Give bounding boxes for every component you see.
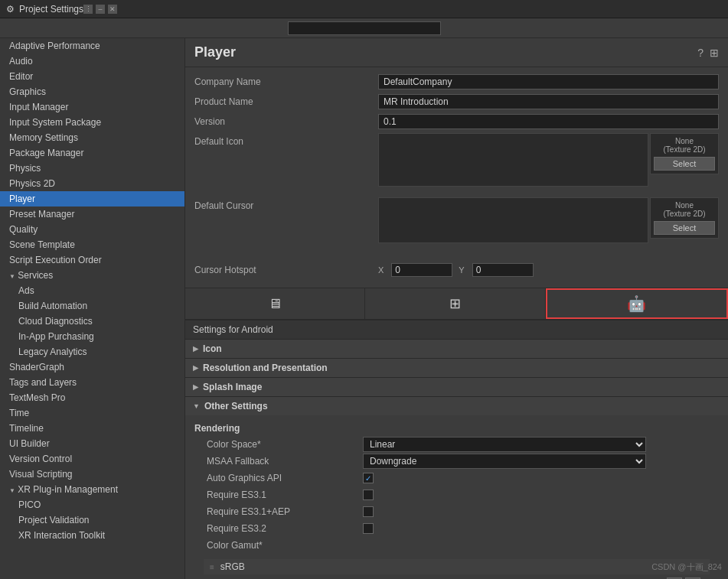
tab-android[interactable]: 🤖 — [546, 288, 728, 319]
version-row: Version — [194, 113, 719, 130]
sidebar-item-tags-and-layers[interactable]: Tags and Layers — [0, 375, 184, 390]
icon-none-texture: None(Texture 2D) — [663, 137, 705, 154]
menu-btn[interactable]: ⋮ — [83, 5, 93, 14]
cursor-side-panel: None(Texture 2D) Select — [650, 197, 719, 239]
minimize-btn[interactable]: – — [96, 5, 105, 14]
help-icon[interactable]: ? — [697, 47, 704, 59]
sidebar-item-cloud-diagnostics[interactable]: Cloud Diagnostics — [0, 314, 184, 329]
color-gamut-label-row: Color Gamut* — [194, 538, 719, 553]
form-area: Company Name Product Name Version Defaul… — [185, 67, 728, 288]
tab-pc[interactable]: 🖥 — [185, 288, 365, 319]
auto-graphics-label: Auto Graphics API — [194, 473, 363, 483]
product-name-label: Product Name — [194, 96, 378, 107]
splash-collapse-header[interactable]: ▶ Splash Image — [185, 378, 728, 396]
sidebar-item-quality[interactable]: Quality — [0, 222, 184, 237]
icon-collapse-header[interactable]: ▶ Icon — [185, 340, 728, 358]
window-controls[interactable]: ⋮ – ✕ — [83, 5, 117, 14]
company-name-input[interactable] — [378, 74, 719, 89]
require-es31aep-label: Require ES3.1+AEP — [194, 506, 363, 517]
close-btn[interactable]: ✕ — [108, 5, 117, 14]
sidebar-item-input-manager[interactable]: Input Manager — [0, 99, 184, 115]
require-es32-row: Require ES3.2 — [194, 521, 719, 536]
sidebar-item-shader-graph[interactable]: ShaderGraph — [0, 359, 184, 375]
splash-collapse-arrow: ▶ — [193, 383, 198, 391]
require-es32-value — [363, 523, 719, 534]
product-name-input[interactable] — [378, 94, 719, 109]
cursor-select-button[interactable]: Select — [654, 221, 715, 235]
icon-section-label: Icon — [203, 343, 222, 354]
color-space-label: Color Space* — [194, 439, 363, 450]
sidebar-item-xr-interaction-toolkit[interactable]: XR Interaction Toolkit — [0, 528, 184, 543]
version-label: Version — [194, 116, 378, 127]
hotspot-y-input[interactable] — [472, 263, 534, 277]
version-input[interactable] — [378, 114, 719, 129]
sidebar-item-textmesh-pro[interactable]: TextMesh Pro — [0, 390, 184, 405]
resolution-collapse-header[interactable]: ▶ Resolution and Presentation — [185, 359, 728, 377]
sidebar-item-version-control[interactable]: Version Control — [0, 451, 184, 467]
sidebar-item-memory-settings[interactable]: Memory Settings — [0, 130, 184, 145]
sidebar-item-build-automation[interactable]: Build Automation — [0, 298, 184, 314]
sidebar-item-scene-template[interactable]: Scene Template — [0, 237, 184, 252]
gamut-controls: + − — [204, 576, 710, 579]
x-label: X — [378, 265, 384, 275]
require-es31-checkbox[interactable] — [363, 490, 374, 500]
sidebar-item-xr-plug-in-management[interactable]: ▼ XR Plug-in Management — [0, 482, 184, 497]
sidebar-item-player[interactable]: Player — [0, 191, 184, 207]
require-es32-label: Require ES3.2 — [194, 523, 363, 534]
sidebar-item-in-app-purchasing[interactable]: In-App Purchasing — [0, 329, 184, 344]
auto-graphics-checkbox[interactable] — [363, 473, 374, 483]
cursor-hotspot-xy: X Y — [378, 263, 534, 277]
sidebar-item-services[interactable]: ▼ Services — [0, 268, 184, 283]
cursor-hotspot-row: Cursor Hotspot X Y — [194, 262, 719, 278]
require-es31aep-row: Require ES3.1+AEP — [194, 504, 719, 519]
msaa-label: MSAA Fallback — [194, 456, 363, 467]
sidebar-item-timeline[interactable]: Timeline — [0, 421, 184, 436]
icon-side-panel: None(Texture 2D) Select — [650, 133, 719, 174]
auto-graphics-value — [363, 473, 719, 483]
layout-icon[interactable]: ⊞ — [710, 47, 719, 59]
watermark: CSDN @十画_824 — [651, 561, 722, 573]
cursor-none-texture: None(Texture 2D) — [663, 201, 705, 218]
icon-collapse-arrow: ▶ — [193, 345, 198, 353]
sidebar-item-editor[interactable]: Editor — [0, 69, 184, 84]
settings-for-android-header: Settings for Android — [185, 320, 728, 340]
sidebar-item-pico[interactable]: PICO — [0, 497, 184, 512]
sidebar-item-ads[interactable]: Ads — [0, 283, 184, 298]
other-settings-label: Other Settings — [204, 401, 268, 411]
sidebar-item-time[interactable]: Time — [0, 405, 184, 421]
company-name-row: Company Name — [194, 73, 719, 90]
sidebar-item-script-execution-order[interactable]: Script Execution Order — [0, 252, 184, 268]
sidebar-item-visual-scripting[interactable]: Visual Scripting — [0, 467, 184, 482]
msaa-dropdown[interactable]: Downgrade None — [363, 454, 646, 469]
gamut-handle: ≡ — [210, 563, 214, 571]
color-space-dropdown[interactable]: Linear Gamma — [363, 437, 646, 452]
require-es31-row: Require ES3.1 — [194, 487, 719, 503]
require-es32-checkbox[interactable] — [363, 523, 374, 534]
sidebar-item-project-validation[interactable]: Project Validation — [0, 512, 184, 528]
sidebar-item-adaptive-performance[interactable]: Adaptive Performance — [0, 38, 184, 54]
search-input[interactable] — [288, 21, 441, 35]
other-settings-section: ▼ Other Settings Rendering Color Space* … — [185, 397, 728, 579]
default-cursor-row: Default Cursor None(Texture 2D) Select — [194, 197, 719, 259]
sidebar-item-physics[interactable]: Physics — [0, 161, 184, 176]
sidebar-item-physics-2d[interactable]: Physics 2D — [0, 176, 184, 191]
sidebar-item-audio[interactable]: Audio — [0, 54, 184, 69]
cursor-hotspot-label: Cursor Hotspot — [194, 265, 378, 275]
web-icon: ⊞ — [449, 295, 461, 312]
settings-icon: ⚙ — [6, 4, 15, 15]
require-es31-label: Require ES3.1 — [194, 490, 363, 500]
title-bar-text: Project Settings — [19, 4, 83, 15]
icon-select-button[interactable]: Select — [654, 157, 715, 171]
msaa-value: Downgrade None — [363, 454, 719, 469]
platform-tabs: 🖥 ⊞ 🤖 — [185, 288, 728, 320]
require-es31aep-checkbox[interactable] — [363, 506, 374, 517]
sidebar-item-input-system-package[interactable]: Input System Package — [0, 115, 184, 130]
sidebar-item-legacy-analytics[interactable]: Legacy Analytics — [0, 344, 184, 359]
other-settings-header[interactable]: ▼ Other Settings — [185, 397, 728, 415]
sidebar-item-ui-builder[interactable]: UI Builder — [0, 436, 184, 451]
tab-web[interactable]: ⊞ — [365, 288, 545, 319]
sidebar-item-preset-manager[interactable]: Preset Manager — [0, 207, 184, 222]
sidebar-item-graphics[interactable]: Graphics — [0, 84, 184, 99]
sidebar-item-package-manager[interactable]: Package Manager — [0, 145, 184, 161]
hotspot-x-input[interactable] — [391, 263, 452, 277]
